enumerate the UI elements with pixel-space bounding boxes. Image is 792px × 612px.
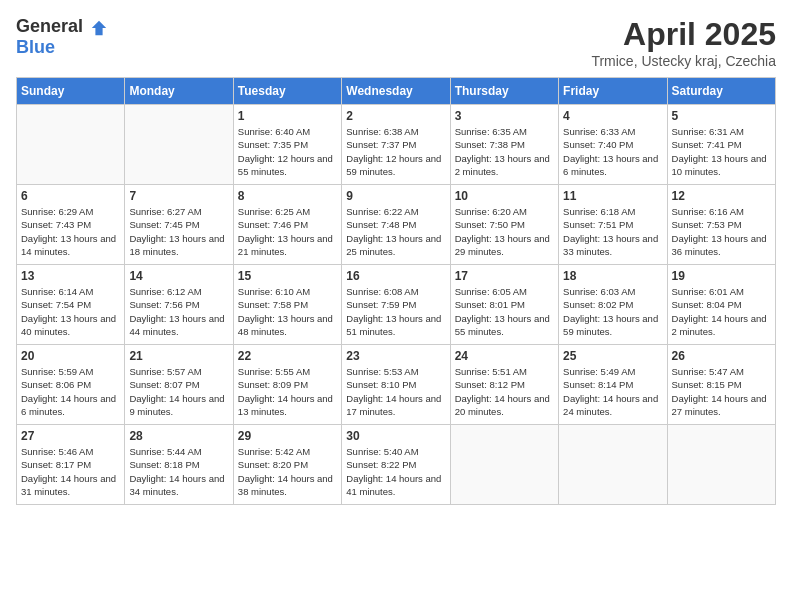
day-header: Friday bbox=[559, 78, 667, 105]
day-number: 2 bbox=[346, 109, 445, 123]
day-info: Sunrise: 5:59 AM Sunset: 8:06 PM Dayligh… bbox=[21, 365, 120, 418]
calendar-cell: 15Sunrise: 6:10 AM Sunset: 7:58 PM Dayli… bbox=[233, 265, 341, 345]
page-header: General Blue April 2025 Trmice, Ustecky … bbox=[16, 16, 776, 69]
calendar-week-row: 1Sunrise: 6:40 AM Sunset: 7:35 PM Daylig… bbox=[17, 105, 776, 185]
day-info: Sunrise: 6:35 AM Sunset: 7:38 PM Dayligh… bbox=[455, 125, 554, 178]
calendar-cell: 24Sunrise: 5:51 AM Sunset: 8:12 PM Dayli… bbox=[450, 345, 558, 425]
logo: General Blue bbox=[16, 16, 108, 58]
calendar-cell: 8Sunrise: 6:25 AM Sunset: 7:46 PM Daylig… bbox=[233, 185, 341, 265]
day-info: Sunrise: 5:53 AM Sunset: 8:10 PM Dayligh… bbox=[346, 365, 445, 418]
svg-marker-0 bbox=[91, 21, 105, 35]
day-info: Sunrise: 6:03 AM Sunset: 8:02 PM Dayligh… bbox=[563, 285, 662, 338]
day-info: Sunrise: 5:46 AM Sunset: 8:17 PM Dayligh… bbox=[21, 445, 120, 498]
calendar-week-row: 20Sunrise: 5:59 AM Sunset: 8:06 PM Dayli… bbox=[17, 345, 776, 425]
day-info: Sunrise: 5:44 AM Sunset: 8:18 PM Dayligh… bbox=[129, 445, 228, 498]
calendar-week-row: 6Sunrise: 6:29 AM Sunset: 7:43 PM Daylig… bbox=[17, 185, 776, 265]
calendar-cell bbox=[450, 425, 558, 505]
calendar-cell bbox=[559, 425, 667, 505]
day-number: 30 bbox=[346, 429, 445, 443]
calendar-cell bbox=[125, 105, 233, 185]
logo-icon bbox=[90, 19, 108, 37]
calendar-cell: 27Sunrise: 5:46 AM Sunset: 8:17 PM Dayli… bbox=[17, 425, 125, 505]
day-info: Sunrise: 6:10 AM Sunset: 7:58 PM Dayligh… bbox=[238, 285, 337, 338]
day-info: Sunrise: 6:12 AM Sunset: 7:56 PM Dayligh… bbox=[129, 285, 228, 338]
day-number: 24 bbox=[455, 349, 554, 363]
day-number: 13 bbox=[21, 269, 120, 283]
calendar-cell: 14Sunrise: 6:12 AM Sunset: 7:56 PM Dayli… bbox=[125, 265, 233, 345]
day-info: Sunrise: 6:38 AM Sunset: 7:37 PM Dayligh… bbox=[346, 125, 445, 178]
calendar-cell: 13Sunrise: 6:14 AM Sunset: 7:54 PM Dayli… bbox=[17, 265, 125, 345]
calendar-cell: 5Sunrise: 6:31 AM Sunset: 7:41 PM Daylig… bbox=[667, 105, 775, 185]
day-number: 10 bbox=[455, 189, 554, 203]
day-info: Sunrise: 6:33 AM Sunset: 7:40 PM Dayligh… bbox=[563, 125, 662, 178]
day-number: 27 bbox=[21, 429, 120, 443]
day-header: Sunday bbox=[17, 78, 125, 105]
calendar-cell: 21Sunrise: 5:57 AM Sunset: 8:07 PM Dayli… bbox=[125, 345, 233, 425]
calendar-cell: 3Sunrise: 6:35 AM Sunset: 7:38 PM Daylig… bbox=[450, 105, 558, 185]
day-info: Sunrise: 6:20 AM Sunset: 7:50 PM Dayligh… bbox=[455, 205, 554, 258]
calendar-cell: 26Sunrise: 5:47 AM Sunset: 8:15 PM Dayli… bbox=[667, 345, 775, 425]
day-info: Sunrise: 6:31 AM Sunset: 7:41 PM Dayligh… bbox=[672, 125, 771, 178]
day-info: Sunrise: 5:40 AM Sunset: 8:22 PM Dayligh… bbox=[346, 445, 445, 498]
day-info: Sunrise: 5:57 AM Sunset: 8:07 PM Dayligh… bbox=[129, 365, 228, 418]
calendar-cell: 19Sunrise: 6:01 AM Sunset: 8:04 PM Dayli… bbox=[667, 265, 775, 345]
day-header: Wednesday bbox=[342, 78, 450, 105]
day-number: 26 bbox=[672, 349, 771, 363]
day-number: 22 bbox=[238, 349, 337, 363]
calendar-cell: 1Sunrise: 6:40 AM Sunset: 7:35 PM Daylig… bbox=[233, 105, 341, 185]
day-info: Sunrise: 6:22 AM Sunset: 7:48 PM Dayligh… bbox=[346, 205, 445, 258]
calendar-cell: 9Sunrise: 6:22 AM Sunset: 7:48 PM Daylig… bbox=[342, 185, 450, 265]
calendar-cell: 20Sunrise: 5:59 AM Sunset: 8:06 PM Dayli… bbox=[17, 345, 125, 425]
calendar-cell: 11Sunrise: 6:18 AM Sunset: 7:51 PM Dayli… bbox=[559, 185, 667, 265]
day-number: 12 bbox=[672, 189, 771, 203]
day-number: 11 bbox=[563, 189, 662, 203]
logo-blue: Blue bbox=[16, 37, 55, 57]
day-info: Sunrise: 5:47 AM Sunset: 8:15 PM Dayligh… bbox=[672, 365, 771, 418]
calendar-week-row: 13Sunrise: 6:14 AM Sunset: 7:54 PM Dayli… bbox=[17, 265, 776, 345]
day-number: 6 bbox=[21, 189, 120, 203]
day-info: Sunrise: 6:40 AM Sunset: 7:35 PM Dayligh… bbox=[238, 125, 337, 178]
day-number: 16 bbox=[346, 269, 445, 283]
location: Trmice, Ustecky kraj, Czechia bbox=[591, 53, 776, 69]
day-number: 8 bbox=[238, 189, 337, 203]
day-info: Sunrise: 6:05 AM Sunset: 8:01 PM Dayligh… bbox=[455, 285, 554, 338]
day-info: Sunrise: 6:25 AM Sunset: 7:46 PM Dayligh… bbox=[238, 205, 337, 258]
day-number: 5 bbox=[672, 109, 771, 123]
day-number: 21 bbox=[129, 349, 228, 363]
calendar-cell: 28Sunrise: 5:44 AM Sunset: 8:18 PM Dayli… bbox=[125, 425, 233, 505]
day-number: 9 bbox=[346, 189, 445, 203]
calendar-cell: 4Sunrise: 6:33 AM Sunset: 7:40 PM Daylig… bbox=[559, 105, 667, 185]
day-info: Sunrise: 5:49 AM Sunset: 8:14 PM Dayligh… bbox=[563, 365, 662, 418]
day-info: Sunrise: 5:51 AM Sunset: 8:12 PM Dayligh… bbox=[455, 365, 554, 418]
day-number: 20 bbox=[21, 349, 120, 363]
day-number: 7 bbox=[129, 189, 228, 203]
day-number: 25 bbox=[563, 349, 662, 363]
logo-general: General bbox=[16, 16, 83, 36]
day-header: Tuesday bbox=[233, 78, 341, 105]
calendar-cell: 2Sunrise: 6:38 AM Sunset: 7:37 PM Daylig… bbox=[342, 105, 450, 185]
calendar-cell: 12Sunrise: 6:16 AM Sunset: 7:53 PM Dayli… bbox=[667, 185, 775, 265]
day-info: Sunrise: 6:29 AM Sunset: 7:43 PM Dayligh… bbox=[21, 205, 120, 258]
day-number: 15 bbox=[238, 269, 337, 283]
calendar-cell: 17Sunrise: 6:05 AM Sunset: 8:01 PM Dayli… bbox=[450, 265, 558, 345]
day-info: Sunrise: 6:16 AM Sunset: 7:53 PM Dayligh… bbox=[672, 205, 771, 258]
calendar-cell: 6Sunrise: 6:29 AM Sunset: 7:43 PM Daylig… bbox=[17, 185, 125, 265]
calendar-cell: 23Sunrise: 5:53 AM Sunset: 8:10 PM Dayli… bbox=[342, 345, 450, 425]
calendar-cell: 30Sunrise: 5:40 AM Sunset: 8:22 PM Dayli… bbox=[342, 425, 450, 505]
day-number: 18 bbox=[563, 269, 662, 283]
calendar-cell: 7Sunrise: 6:27 AM Sunset: 7:45 PM Daylig… bbox=[125, 185, 233, 265]
day-number: 23 bbox=[346, 349, 445, 363]
calendar-cell bbox=[667, 425, 775, 505]
month-title: April 2025 bbox=[591, 16, 776, 53]
header-row: SundayMondayTuesdayWednesdayThursdayFrid… bbox=[17, 78, 776, 105]
day-number: 19 bbox=[672, 269, 771, 283]
day-info: Sunrise: 6:01 AM Sunset: 8:04 PM Dayligh… bbox=[672, 285, 771, 338]
title-block: April 2025 Trmice, Ustecky kraj, Czechia bbox=[591, 16, 776, 69]
calendar-cell bbox=[17, 105, 125, 185]
day-info: Sunrise: 6:08 AM Sunset: 7:59 PM Dayligh… bbox=[346, 285, 445, 338]
day-header: Monday bbox=[125, 78, 233, 105]
calendar-cell: 10Sunrise: 6:20 AM Sunset: 7:50 PM Dayli… bbox=[450, 185, 558, 265]
calendar-cell: 25Sunrise: 5:49 AM Sunset: 8:14 PM Dayli… bbox=[559, 345, 667, 425]
calendar-cell: 18Sunrise: 6:03 AM Sunset: 8:02 PM Dayli… bbox=[559, 265, 667, 345]
day-number: 28 bbox=[129, 429, 228, 443]
